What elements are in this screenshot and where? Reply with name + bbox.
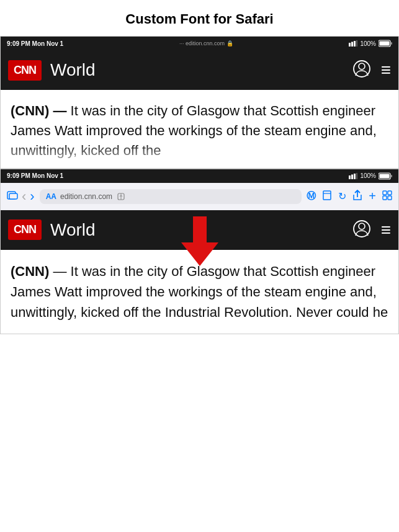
- user-icon-top[interactable]: [352, 60, 371, 81]
- reload-icon[interactable]: ↻: [338, 190, 346, 202]
- svg-rect-21: [383, 191, 387, 195]
- reader-mode-button[interactable]: AA: [46, 192, 56, 201]
- svg-rect-23: [383, 196, 387, 200]
- svg-rect-6: [391, 42, 392, 45]
- svg-rect-3: [356, 40, 357, 47]
- status-time: 9:09 PM Mon Nov 1: [7, 40, 63, 47]
- forward-button[interactable]: ›: [30, 188, 34, 205]
- safari-address-bar[interactable]: ‹ › AA edition.cnn.com Ⓜ ↻ +: [1, 183, 398, 210]
- svg-rect-0: [349, 43, 351, 47]
- url-display: edition.cnn.com: [60, 192, 112, 201]
- grid-icon[interactable]: [382, 190, 392, 203]
- cnn-nav-icons-bottom: ≡: [352, 219, 391, 241]
- share-icon[interactable]: [352, 190, 362, 203]
- status-right-bottom: 100%: [349, 172, 392, 180]
- safari-action-buttons: Ⓜ ↻ +: [307, 189, 392, 203]
- menu-icon-bottom[interactable]: ≡: [381, 221, 391, 239]
- article-text-after: (CNN) — It was in the city of Glasgow th…: [11, 261, 388, 322]
- back-button[interactable]: ‹: [22, 188, 26, 205]
- cnn-nav-title-top: World: [50, 60, 352, 80]
- article-before: (CNN) — It was in the city of Glasgow th…: [1, 90, 398, 168]
- safari-nav-buttons: ‹ ›: [7, 188, 35, 205]
- cnn-logo-top: CNN: [8, 60, 42, 81]
- svg-rect-1: [351, 42, 353, 47]
- bookmark-icon[interactable]: [322, 190, 332, 203]
- svg-rect-17: [9, 193, 17, 199]
- cnn-navbar-top: CNN World ≡: [1, 50, 398, 90]
- menu-icon-top[interactable]: ≡: [381, 61, 391, 79]
- after-screenshot: 9:09 PM Mon Nov 1 100% ‹ › AA edition.cn…: [0, 169, 399, 334]
- svg-rect-10: [351, 174, 353, 179]
- svg-point-8: [359, 63, 365, 69]
- before-screenshot: 9:09 PM Mon Nov 1 ··· edition.cnn.com 🔒 …: [0, 36, 399, 169]
- safari-tab-button[interactable]: [7, 190, 18, 203]
- ios-status-bar-bottom: 9:09 PM Mon Nov 1 100%: [1, 169, 398, 183]
- user-icon-bottom[interactable]: [352, 219, 371, 241]
- status-right: 100%: [349, 40, 392, 47]
- article-text-before: (CNN) — It was in the city of Glasgow th…: [11, 101, 388, 161]
- svg-rect-9: [349, 175, 351, 179]
- svg-rect-22: [388, 191, 392, 195]
- ios-status-bar-top: 9:09 PM Mon Nov 1 ··· edition.cnn.com 🔒 …: [1, 37, 398, 50]
- cnn-navbar-bottom: CNN World ≡: [1, 210, 398, 250]
- svg-rect-24: [388, 196, 392, 200]
- svg-point-26: [359, 223, 365, 229]
- red-arrow: [181, 216, 218, 266]
- svg-rect-12: [356, 173, 357, 179]
- svg-rect-20: [323, 191, 331, 200]
- svg-rect-5: [379, 42, 389, 46]
- mozilla-icon[interactable]: Ⓜ: [307, 190, 316, 202]
- svg-rect-14: [380, 174, 390, 178]
- svg-rect-11: [354, 174, 356, 179]
- plus-icon[interactable]: +: [369, 189, 376, 203]
- safari-url-bar[interactable]: AA edition.cnn.com: [40, 189, 302, 204]
- svg-rect-15: [391, 175, 392, 177]
- status-time-bottom: 9:09 PM Mon Nov 1: [7, 172, 63, 179]
- svg-rect-2: [354, 41, 356, 47]
- status-url: ··· edition.cnn.com 🔒: [179, 40, 233, 47]
- page-title: Custom Font for Safari: [0, 0, 399, 36]
- cnn-logo-bottom: CNN: [8, 219, 42, 240]
- cnn-nav-icons-top: ≡: [352, 60, 391, 81]
